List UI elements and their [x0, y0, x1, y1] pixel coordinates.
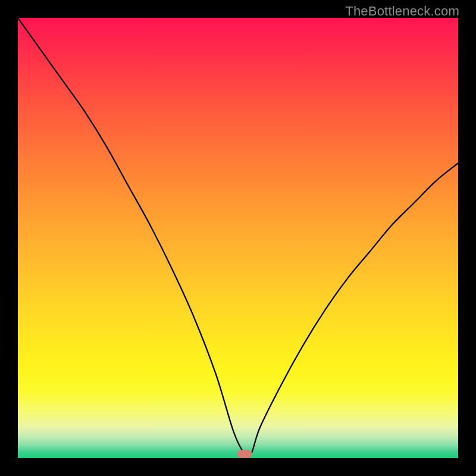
watermark-text: TheBottleneck.com	[345, 4, 459, 19]
chart-frame: TheBottleneck.com	[0, 0, 476, 476]
minimum-marker	[237, 450, 252, 458]
curve-svg	[18, 18, 458, 458]
plot-area	[18, 18, 458, 458]
bottleneck-curve	[18, 18, 458, 457]
